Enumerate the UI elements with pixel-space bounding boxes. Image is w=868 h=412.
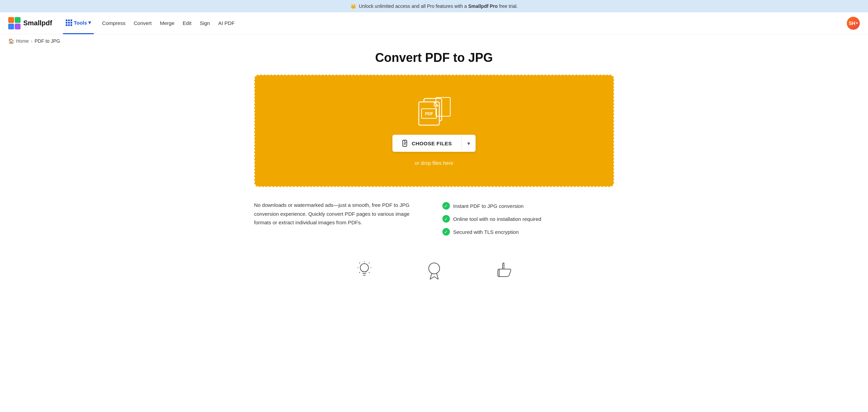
svg-line-19 xyxy=(369,272,370,273)
file-upload-icon xyxy=(402,139,409,147)
svg-text:PDF: PDF xyxy=(425,111,433,116)
svg-line-22 xyxy=(359,263,360,263)
check-icon-1: ✓ xyxy=(442,202,450,210)
svg-rect-1 xyxy=(15,17,21,23)
svg-point-15 xyxy=(360,264,368,272)
choose-files-dropdown-button[interactable]: ▾ xyxy=(462,135,476,151)
nav-merge[interactable]: Merge xyxy=(160,20,174,26)
nav-compress[interactable]: Compress xyxy=(102,20,125,26)
thumbsup-icon xyxy=(496,262,511,278)
navbar: Smallpdf Tools ▾ Compress Convert Merge … xyxy=(0,12,868,34)
bottom-icons-row xyxy=(254,256,614,280)
breadcrumb: 🏠 Home › PDF to JPG xyxy=(0,34,868,48)
breadcrumb-home[interactable]: Home xyxy=(16,38,29,44)
promo-banner: 👑 Unlock unlimited access and all Pro fe… xyxy=(0,0,868,12)
crown-icon: 👑 xyxy=(350,3,356,9)
award-icon-item xyxy=(427,262,442,280)
logo-icon xyxy=(8,17,21,29)
check-icon-2: ✓ xyxy=(442,215,450,223)
nav-sign[interactable]: Sign xyxy=(200,20,210,26)
main-content: Convert PDF to JPG PDF xyxy=(246,51,622,296)
nav-links: Compress Convert Merge Edit Sign AI PDF xyxy=(102,20,847,26)
choose-files-button[interactable]: CHOOSE FILES xyxy=(392,135,462,152)
breadcrumb-separator: › xyxy=(31,38,33,44)
features-description: No downloads or watermarked ads—just a s… xyxy=(254,201,426,227)
svg-line-20 xyxy=(359,272,360,273)
logo-link[interactable]: Smallpdf xyxy=(8,17,52,29)
check-icon-3: ✓ xyxy=(442,228,450,236)
feature-item: ✓ Secured with TLS encryption xyxy=(442,228,614,236)
svg-rect-3 xyxy=(15,24,21,29)
page-title: Convert PDF to JPG xyxy=(254,51,614,65)
grid-icon xyxy=(66,19,72,26)
svg-point-23 xyxy=(429,263,440,274)
chevron-down-icon: ▾ xyxy=(467,140,470,147)
nav-edit[interactable]: Edit xyxy=(183,20,192,26)
avatar[interactable]: SH ▾ xyxy=(847,17,860,30)
thumbsup-icon-item xyxy=(496,262,511,280)
nav-aipdf[interactable]: AI PDF xyxy=(218,20,235,26)
svg-rect-2 xyxy=(8,24,14,29)
drop-hint: or drop files here xyxy=(415,160,453,166)
avatar-caret-icon: ▾ xyxy=(856,21,858,25)
nav-convert[interactable]: Convert xyxy=(134,20,152,26)
svg-rect-0 xyxy=(8,17,14,23)
tools-menu-button[interactable]: Tools ▾ xyxy=(63,12,94,34)
feature-item: ✓ Instant PDF to JPG conversion xyxy=(442,202,614,210)
lightbulb-icon xyxy=(357,262,372,279)
features-list: ✓ Instant PDF to JPG conversion ✓ Online… xyxy=(442,201,614,236)
dropzone[interactable]: PDF CHOOSE FILES ▾ or drop xyxy=(254,75,614,187)
features-section: No downloads or watermarked ads—just a s… xyxy=(254,201,614,236)
feature-item: ✓ Online tool with no installation requi… xyxy=(442,215,614,223)
lightbulb-icon-item xyxy=(357,262,372,280)
home-icon: 🏠 xyxy=(8,38,14,44)
breadcrumb-current: PDF to JPG xyxy=(35,38,60,44)
svg-line-17 xyxy=(369,263,370,263)
choose-files-row: CHOOSE FILES ▾ xyxy=(392,135,476,152)
award-icon xyxy=(427,262,442,280)
pdf-files-icon: PDF xyxy=(415,96,453,127)
